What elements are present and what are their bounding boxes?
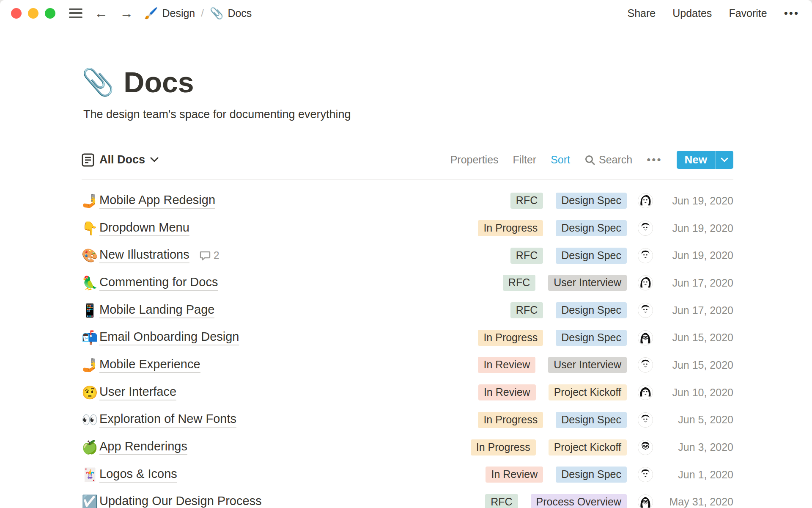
new-button[interactable]: New bbox=[677, 151, 733, 169]
avatar[interactable] bbox=[638, 385, 653, 400]
status-badge[interactable]: RFC bbox=[503, 275, 535, 291]
doc-title-link[interactable]: New Illustrations bbox=[99, 248, 189, 263]
back-arrow-icon[interactable]: ← bbox=[94, 6, 108, 20]
avatar[interactable] bbox=[638, 221, 653, 236]
sidebar-toggle-icon[interactable] bbox=[69, 8, 82, 18]
search-button[interactable]: Search bbox=[584, 154, 632, 166]
share-button[interactable]: Share bbox=[628, 7, 656, 19]
doc-date: May 31, 2020 bbox=[662, 496, 733, 508]
avatar[interactable] bbox=[638, 357, 653, 373]
doc-title-link[interactable]: Dropdown Menu bbox=[99, 221, 189, 236]
status-badge[interactable]: RFC bbox=[510, 193, 543, 209]
table-row[interactable]: ☑️Updating Our Design ProcessRFCProcess … bbox=[82, 489, 733, 508]
doc-date: Jun 19, 2020 bbox=[662, 249, 733, 262]
doc-type-badge[interactable]: Design Spec bbox=[556, 193, 627, 209]
doc-title-link[interactable]: Logos & Icons bbox=[99, 467, 177, 483]
avatar[interactable] bbox=[638, 303, 653, 318]
table-row[interactable]: 🎨New Illustrations2RFCDesign SpecJun 19,… bbox=[82, 242, 733, 269]
properties-button[interactable]: Properties bbox=[450, 154, 499, 166]
doc-type-badge[interactable]: Project Kickoff bbox=[549, 384, 627, 400]
doc-emoji-icon: 📬 bbox=[82, 331, 99, 344]
avatar[interactable] bbox=[638, 193, 653, 208]
doc-title-link[interactable]: Mobile App Redesign bbox=[99, 193, 215, 209]
table-row[interactable]: 🤨User InterfaceIn ReviewProject KickoffJ… bbox=[82, 379, 733, 406]
status-badge[interactable]: RFC bbox=[510, 302, 543, 318]
doc-emoji-icon: 🍏 bbox=[82, 441, 99, 454]
view-label: All Docs bbox=[99, 153, 145, 166]
doc-type-badge[interactable]: User Interview bbox=[548, 357, 627, 373]
avatar[interactable] bbox=[638, 440, 653, 455]
doc-title-link[interactable]: Commenting for Docs bbox=[99, 275, 218, 291]
avatar[interactable] bbox=[638, 467, 653, 482]
page-title: Docs bbox=[123, 66, 194, 99]
close-window-button[interactable] bbox=[11, 8, 22, 19]
doc-title-link[interactable]: Email Onboarding Design bbox=[99, 330, 239, 345]
sort-button[interactable]: Sort bbox=[551, 154, 570, 166]
forward-arrow-icon[interactable]: → bbox=[120, 6, 133, 20]
app-window: ← → 🖌️ Design / 📎 Docs Share Updates Fav… bbox=[0, 0, 812, 508]
doc-title-link[interactable]: Mobile Landing Page bbox=[99, 303, 214, 318]
doc-title-link[interactable]: Updating Our Design Process bbox=[99, 494, 262, 508]
comment-count-value: 2 bbox=[214, 249, 219, 262]
doc-type-badge[interactable]: Design Spec bbox=[556, 302, 627, 318]
table-row[interactable]: 🦜Commenting for DocsRFCUser InterviewJun… bbox=[82, 269, 733, 297]
status-badge[interactable]: In Progress bbox=[478, 412, 543, 428]
view-switcher[interactable]: All Docs bbox=[82, 153, 159, 167]
table-row[interactable]: 👇Dropdown MenuIn ProgressDesign SpecJun … bbox=[82, 215, 733, 242]
breadcrumb-item-design[interactable]: 🖌️ Design bbox=[144, 7, 195, 20]
doc-type-badge[interactable]: Design Spec bbox=[556, 248, 627, 264]
comment-count[interactable]: 2 bbox=[200, 249, 219, 262]
doc-type-badge[interactable]: Design Spec bbox=[556, 412, 627, 428]
updates-button[interactable]: Updates bbox=[672, 7, 712, 19]
table-row[interactable]: 📬Email Onboarding DesignIn ProgressDesig… bbox=[82, 324, 733, 351]
comment-bubble-icon bbox=[200, 250, 211, 261]
status-badge[interactable]: In Review bbox=[478, 384, 536, 400]
doc-emoji-icon: ☑️ bbox=[82, 495, 99, 508]
breadcrumb: 🖌️ Design / 📎 Docs bbox=[144, 7, 252, 20]
new-button-dropdown[interactable] bbox=[715, 151, 733, 169]
table-row[interactable]: 🃏Logos & IconsIn ReviewDesign SpecJun 1,… bbox=[82, 461, 733, 489]
doc-title-link[interactable]: Mobile Experience bbox=[99, 357, 200, 373]
breadcrumb-label: Design bbox=[162, 7, 195, 19]
doc-title-link[interactable]: App Renderings bbox=[99, 439, 187, 455]
doc-type-badge[interactable]: Project Kickoff bbox=[549, 439, 627, 456]
page-icon-paperclip[interactable]: 📎 bbox=[82, 69, 114, 95]
doc-emoji-icon: 🤨 bbox=[82, 386, 99, 399]
filter-button[interactable]: Filter bbox=[513, 154, 537, 166]
breadcrumb-item-docs[interactable]: 📎 Docs bbox=[210, 7, 252, 20]
doc-date: Jun 3, 2020 bbox=[662, 441, 733, 453]
avatar[interactable] bbox=[638, 412, 653, 428]
doc-title-link[interactable]: User Interface bbox=[99, 385, 176, 400]
favorite-button[interactable]: Favorite bbox=[729, 7, 767, 19]
status-badge[interactable]: In Review bbox=[486, 467, 543, 483]
status-badge[interactable]: In Progress bbox=[478, 330, 543, 346]
doc-title-link[interactable]: Exploration of New Fonts bbox=[99, 412, 236, 428]
minimize-window-button[interactable] bbox=[28, 8, 38, 19]
view-more-options-icon[interactable]: ••• bbox=[647, 153, 662, 166]
status-badge[interactable]: RFC bbox=[485, 494, 518, 508]
doc-type-badge[interactable]: Design Spec bbox=[556, 330, 627, 346]
doc-type-badge[interactable]: Design Spec bbox=[556, 220, 627, 236]
more-options-icon[interactable]: ••• bbox=[784, 7, 799, 20]
table-row[interactable]: 🤳Mobile App RedesignRFCDesign SpecJun 19… bbox=[82, 187, 733, 215]
avatar[interactable] bbox=[638, 275, 653, 290]
table-row[interactable]: 📱Mobile Landing PageRFCDesign SpecJun 17… bbox=[82, 297, 733, 324]
page-description: The design team's space for documenting … bbox=[83, 108, 733, 121]
doc-type-badge[interactable]: User Interview bbox=[548, 275, 627, 291]
zoom-window-button[interactable] bbox=[45, 8, 55, 19]
table-row[interactable]: 🤳Mobile ExperienceIn ReviewUser Intervie… bbox=[82, 351, 733, 379]
doc-type-badge[interactable]: Design Spec bbox=[556, 467, 627, 483]
status-badge[interactable]: In Progress bbox=[478, 220, 543, 236]
new-button-label[interactable]: New bbox=[677, 151, 715, 169]
avatar[interactable] bbox=[638, 248, 653, 263]
table-row[interactable]: 👀Exploration of New FontsIn ProgressDesi… bbox=[82, 406, 733, 434]
table-row[interactable]: 🍏App RenderingsIn ProgressProject Kickof… bbox=[82, 433, 733, 461]
avatar[interactable] bbox=[638, 494, 653, 508]
page-header: 📎 Docs The design team's space for docum… bbox=[82, 66, 733, 121]
avatar[interactable] bbox=[638, 330, 653, 345]
status-badge[interactable]: In Progress bbox=[471, 439, 536, 456]
doc-date: Jun 15, 2020 bbox=[662, 331, 733, 344]
status-badge[interactable]: RFC bbox=[510, 248, 543, 264]
status-badge[interactable]: In Review bbox=[478, 357, 535, 373]
doc-type-badge[interactable]: Process Overview bbox=[531, 494, 627, 508]
